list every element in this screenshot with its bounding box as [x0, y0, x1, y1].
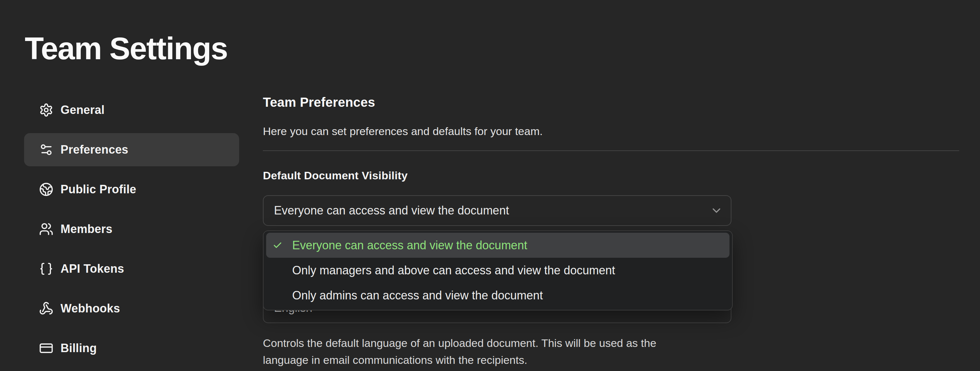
page-title: Team Settings	[25, 31, 228, 66]
language-help-line: Controls the default language of an uplo…	[263, 334, 656, 352]
visibility-field-label: Default Document Visibility	[263, 169, 408, 182]
check-slot-empty	[273, 266, 282, 275]
sidebar-item-preferences[interactable]: Preferences	[24, 133, 239, 166]
sidebar-item-general[interactable]: General	[24, 93, 239, 127]
dropdown-option-admins[interactable]: Only admins can access and view the docu…	[266, 283, 729, 308]
language-help-text: Controls the default language of an uplo…	[263, 334, 656, 368]
dropdown-option-label: Only managers and above can access and v…	[292, 264, 615, 277]
check-icon	[273, 240, 282, 250]
sidebar-item-billing[interactable]: Billing	[24, 332, 239, 365]
sidebar-item-label: Members	[60, 222, 112, 236]
sidebar-item-label: Webhooks	[60, 302, 120, 315]
team-preferences-section: Team Preferences Here you can set prefer…	[263, 95, 959, 371]
visibility-select[interactable]: Everyone can access and view the documen…	[263, 195, 732, 226]
divider	[263, 150, 959, 151]
section-description: Here you can set preferences and default…	[263, 125, 543, 138]
language-help-line: language in email communications with th…	[263, 352, 656, 368]
sidebar-item-public-profile[interactable]: Public Profile	[24, 173, 239, 206]
settings-sidebar: General Preferences Public Profile Membe…	[24, 93, 239, 365]
chevron-down-icon	[710, 204, 723, 217]
gear-icon	[39, 103, 53, 117]
sidebar-item-label: Preferences	[60, 143, 128, 156]
users-icon	[39, 222, 53, 236]
sidebar-item-members[interactable]: Members	[24, 212, 239, 246]
dropdown-option-managers[interactable]: Only managers and above can access and v…	[266, 258, 729, 283]
sidebar-item-webhooks[interactable]: Webhooks	[24, 292, 239, 325]
sliders-icon	[39, 143, 53, 157]
sidebar-item-label: Public Profile	[60, 183, 136, 196]
visibility-dropdown-menu: Everyone can access and view the documen…	[263, 231, 733, 310]
webhook-icon	[39, 301, 53, 316]
dropdown-option-everyone[interactable]: Everyone can access and view the documen…	[266, 233, 729, 258]
check-slot-empty	[273, 291, 282, 300]
dropdown-option-label: Only admins can access and view the docu…	[292, 289, 543, 303]
sidebar-item-label: Billing	[60, 341, 97, 355]
dropdown-option-label: Everyone can access and view the documen…	[292, 239, 527, 252]
sidebar-item-label: General	[60, 103, 105, 117]
credit-card-icon	[39, 341, 53, 355]
sidebar-item-label: API Tokens	[60, 262, 124, 275]
sidebar-item-api-tokens[interactable]: API Tokens	[24, 252, 239, 285]
visibility-select-value: Everyone can access and view the documen…	[274, 204, 509, 217]
globe-icon	[39, 182, 53, 197]
braces-icon	[39, 262, 53, 276]
section-heading: Team Preferences	[263, 95, 375, 110]
